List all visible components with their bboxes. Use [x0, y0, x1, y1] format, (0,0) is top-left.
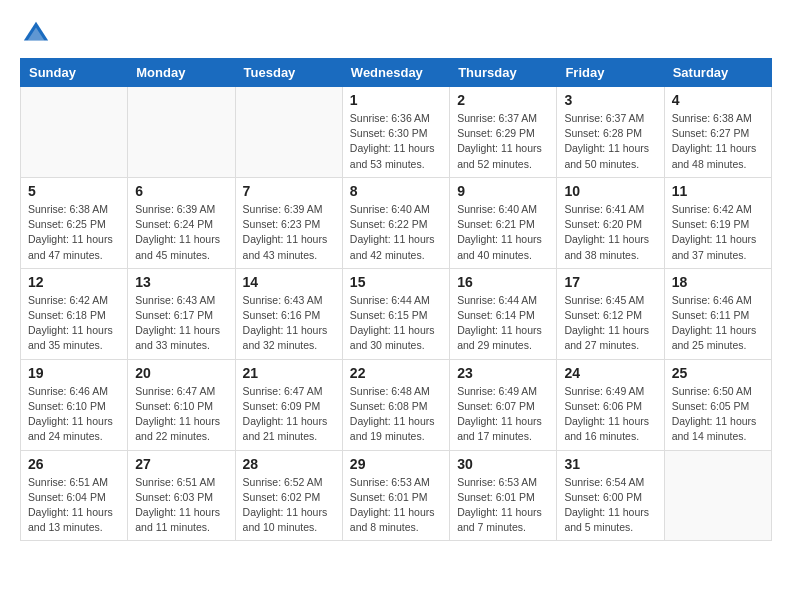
day-number: 4 [672, 92, 764, 108]
day-info: Sunrise: 6:43 AM Sunset: 6:17 PM Dayligh… [135, 293, 227, 354]
day-info: Sunrise: 6:49 AM Sunset: 6:07 PM Dayligh… [457, 384, 549, 445]
day-info: Sunrise: 6:37 AM Sunset: 6:28 PM Dayligh… [564, 111, 656, 172]
day-info: Sunrise: 6:51 AM Sunset: 6:04 PM Dayligh… [28, 475, 120, 536]
day-info: Sunrise: 6:46 AM Sunset: 6:10 PM Dayligh… [28, 384, 120, 445]
calendar-day-cell: 17Sunrise: 6:45 AM Sunset: 6:12 PM Dayli… [557, 268, 664, 359]
calendar-day-cell: 9Sunrise: 6:40 AM Sunset: 6:21 PM Daylig… [450, 177, 557, 268]
day-info: Sunrise: 6:49 AM Sunset: 6:06 PM Dayligh… [564, 384, 656, 445]
calendar-day-cell: 23Sunrise: 6:49 AM Sunset: 6:07 PM Dayli… [450, 359, 557, 450]
day-info: Sunrise: 6:39 AM Sunset: 6:23 PM Dayligh… [243, 202, 335, 263]
day-number: 15 [350, 274, 442, 290]
calendar-day-cell: 30Sunrise: 6:53 AM Sunset: 6:01 PM Dayli… [450, 450, 557, 541]
logo-icon [22, 20, 50, 48]
calendar-day-cell: 16Sunrise: 6:44 AM Sunset: 6:14 PM Dayli… [450, 268, 557, 359]
calendar-day-cell: 4Sunrise: 6:38 AM Sunset: 6:27 PM Daylig… [664, 87, 771, 178]
day-of-week-header: Saturday [664, 59, 771, 87]
calendar-day-cell: 6Sunrise: 6:39 AM Sunset: 6:24 PM Daylig… [128, 177, 235, 268]
day-info: Sunrise: 6:47 AM Sunset: 6:09 PM Dayligh… [243, 384, 335, 445]
day-number: 25 [672, 365, 764, 381]
calendar-day-cell [21, 87, 128, 178]
calendar-day-cell: 24Sunrise: 6:49 AM Sunset: 6:06 PM Dayli… [557, 359, 664, 450]
calendar-day-cell: 27Sunrise: 6:51 AM Sunset: 6:03 PM Dayli… [128, 450, 235, 541]
day-number: 8 [350, 183, 442, 199]
calendar-day-cell [128, 87, 235, 178]
calendar-day-cell: 26Sunrise: 6:51 AM Sunset: 6:04 PM Dayli… [21, 450, 128, 541]
calendar-day-cell: 25Sunrise: 6:50 AM Sunset: 6:05 PM Dayli… [664, 359, 771, 450]
calendar-header-row: SundayMondayTuesdayWednesdayThursdayFrid… [21, 59, 772, 87]
day-of-week-header: Friday [557, 59, 664, 87]
day-of-week-header: Wednesday [342, 59, 449, 87]
day-info: Sunrise: 6:37 AM Sunset: 6:29 PM Dayligh… [457, 111, 549, 172]
day-of-week-header: Tuesday [235, 59, 342, 87]
day-info: Sunrise: 6:48 AM Sunset: 6:08 PM Dayligh… [350, 384, 442, 445]
day-number: 24 [564, 365, 656, 381]
day-info: Sunrise: 6:53 AM Sunset: 6:01 PM Dayligh… [350, 475, 442, 536]
page-header [20, 20, 772, 48]
day-number: 28 [243, 456, 335, 472]
calendar-week-row: 5Sunrise: 6:38 AM Sunset: 6:25 PM Daylig… [21, 177, 772, 268]
day-number: 30 [457, 456, 549, 472]
day-info: Sunrise: 6:51 AM Sunset: 6:03 PM Dayligh… [135, 475, 227, 536]
day-number: 10 [564, 183, 656, 199]
calendar-day-cell [664, 450, 771, 541]
day-info: Sunrise: 6:44 AM Sunset: 6:15 PM Dayligh… [350, 293, 442, 354]
day-of-week-header: Monday [128, 59, 235, 87]
day-info: Sunrise: 6:42 AM Sunset: 6:19 PM Dayligh… [672, 202, 764, 263]
day-number: 27 [135, 456, 227, 472]
day-number: 6 [135, 183, 227, 199]
day-number: 1 [350, 92, 442, 108]
day-number: 17 [564, 274, 656, 290]
calendar-day-cell: 20Sunrise: 6:47 AM Sunset: 6:10 PM Dayli… [128, 359, 235, 450]
calendar-day-cell: 15Sunrise: 6:44 AM Sunset: 6:15 PM Dayli… [342, 268, 449, 359]
day-info: Sunrise: 6:46 AM Sunset: 6:11 PM Dayligh… [672, 293, 764, 354]
day-number: 19 [28, 365, 120, 381]
calendar-day-cell: 7Sunrise: 6:39 AM Sunset: 6:23 PM Daylig… [235, 177, 342, 268]
day-info: Sunrise: 6:54 AM Sunset: 6:00 PM Dayligh… [564, 475, 656, 536]
day-info: Sunrise: 6:40 AM Sunset: 6:22 PM Dayligh… [350, 202, 442, 263]
day-number: 20 [135, 365, 227, 381]
calendar-week-row: 19Sunrise: 6:46 AM Sunset: 6:10 PM Dayli… [21, 359, 772, 450]
day-number: 3 [564, 92, 656, 108]
day-info: Sunrise: 6:40 AM Sunset: 6:21 PM Dayligh… [457, 202, 549, 263]
calendar-week-row: 12Sunrise: 6:42 AM Sunset: 6:18 PM Dayli… [21, 268, 772, 359]
day-number: 29 [350, 456, 442, 472]
day-info: Sunrise: 6:45 AM Sunset: 6:12 PM Dayligh… [564, 293, 656, 354]
calendar-table: SundayMondayTuesdayWednesdayThursdayFrid… [20, 58, 772, 541]
calendar-day-cell: 3Sunrise: 6:37 AM Sunset: 6:28 PM Daylig… [557, 87, 664, 178]
calendar-day-cell: 28Sunrise: 6:52 AM Sunset: 6:02 PM Dayli… [235, 450, 342, 541]
day-info: Sunrise: 6:38 AM Sunset: 6:25 PM Dayligh… [28, 202, 120, 263]
day-info: Sunrise: 6:44 AM Sunset: 6:14 PM Dayligh… [457, 293, 549, 354]
day-number: 9 [457, 183, 549, 199]
calendar-day-cell: 13Sunrise: 6:43 AM Sunset: 6:17 PM Dayli… [128, 268, 235, 359]
day-info: Sunrise: 6:43 AM Sunset: 6:16 PM Dayligh… [243, 293, 335, 354]
day-number: 11 [672, 183, 764, 199]
day-number: 31 [564, 456, 656, 472]
calendar-day-cell: 19Sunrise: 6:46 AM Sunset: 6:10 PM Dayli… [21, 359, 128, 450]
day-info: Sunrise: 6:47 AM Sunset: 6:10 PM Dayligh… [135, 384, 227, 445]
calendar-day-cell: 12Sunrise: 6:42 AM Sunset: 6:18 PM Dayli… [21, 268, 128, 359]
calendar-day-cell: 5Sunrise: 6:38 AM Sunset: 6:25 PM Daylig… [21, 177, 128, 268]
calendar-day-cell [235, 87, 342, 178]
calendar-day-cell: 18Sunrise: 6:46 AM Sunset: 6:11 PM Dayli… [664, 268, 771, 359]
calendar-day-cell: 21Sunrise: 6:47 AM Sunset: 6:09 PM Dayli… [235, 359, 342, 450]
day-number: 7 [243, 183, 335, 199]
calendar-day-cell: 2Sunrise: 6:37 AM Sunset: 6:29 PM Daylig… [450, 87, 557, 178]
day-number: 2 [457, 92, 549, 108]
day-number: 26 [28, 456, 120, 472]
day-info: Sunrise: 6:38 AM Sunset: 6:27 PM Dayligh… [672, 111, 764, 172]
day-info: Sunrise: 6:36 AM Sunset: 6:30 PM Dayligh… [350, 111, 442, 172]
day-of-week-header: Thursday [450, 59, 557, 87]
day-number: 18 [672, 274, 764, 290]
day-number: 21 [243, 365, 335, 381]
calendar-day-cell: 31Sunrise: 6:54 AM Sunset: 6:00 PM Dayli… [557, 450, 664, 541]
day-number: 14 [243, 274, 335, 290]
day-number: 16 [457, 274, 549, 290]
day-of-week-header: Sunday [21, 59, 128, 87]
calendar-day-cell: 22Sunrise: 6:48 AM Sunset: 6:08 PM Dayli… [342, 359, 449, 450]
day-number: 22 [350, 365, 442, 381]
calendar-week-row: 26Sunrise: 6:51 AM Sunset: 6:04 PM Dayli… [21, 450, 772, 541]
day-info: Sunrise: 6:41 AM Sunset: 6:20 PM Dayligh… [564, 202, 656, 263]
calendar-day-cell: 14Sunrise: 6:43 AM Sunset: 6:16 PM Dayli… [235, 268, 342, 359]
day-info: Sunrise: 6:39 AM Sunset: 6:24 PM Dayligh… [135, 202, 227, 263]
day-number: 5 [28, 183, 120, 199]
